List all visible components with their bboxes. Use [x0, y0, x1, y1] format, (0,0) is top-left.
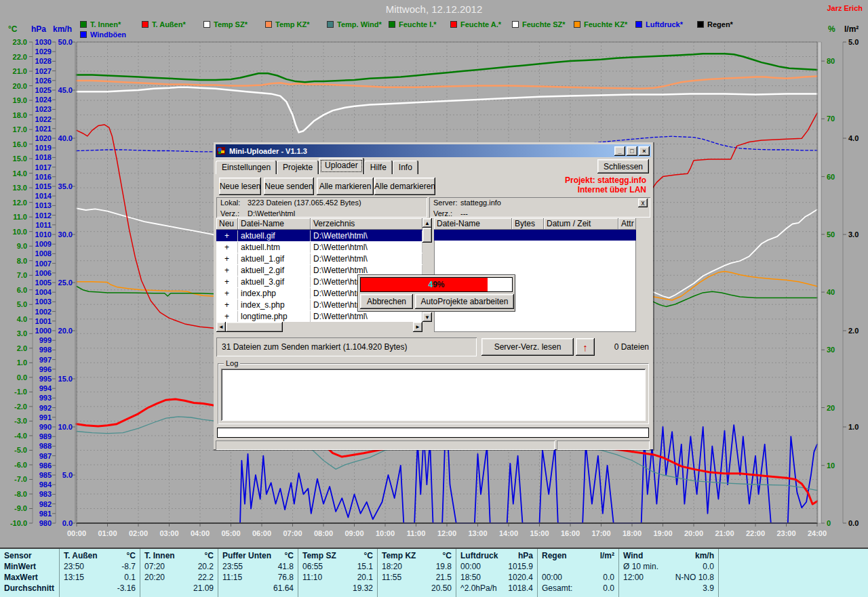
- file-row[interactable]: +aktuell.gifD:\Wetter\html\: [216, 230, 422, 241]
- svg-text:21:00: 21:00: [715, 529, 734, 537]
- alle-markieren-button[interactable]: Alle markieren: [317, 178, 374, 195]
- log-textarea[interactable]: [221, 369, 646, 421]
- svg-text:21.0: 21.0: [13, 67, 27, 75]
- vscroll-thumb[interactable]: [422, 228, 432, 243]
- svg-text:1.0: 1.0: [848, 423, 859, 431]
- schliessen-button[interactable]: Schliessen: [597, 159, 649, 173]
- server-file-count: 0 Dateien: [600, 337, 649, 356]
- server-label: Server:: [433, 198, 460, 207]
- tab-info[interactable]: Info: [393, 161, 418, 174]
- server-info-panel: Server:stattegg.info Verz.:--- x: [429, 197, 650, 218]
- server-col-header-0[interactable]: Datei-Name: [434, 218, 512, 230]
- summary-time: 00:00: [460, 562, 481, 571]
- maximize-button[interactable]: □: [627, 146, 637, 156]
- server-col-header-3[interactable]: Attr: [618, 218, 636, 230]
- svg-text:2.0: 2.0: [17, 344, 27, 352]
- server-col-header-1[interactable]: Bytes: [512, 218, 544, 230]
- local-col-header-2[interactable]: Verzeichnis: [311, 218, 422, 230]
- upload-arrow-button[interactable]: ↑: [576, 338, 595, 356]
- tab-einstellungen[interactable]: Einstellungen: [216, 161, 277, 174]
- autoprojekte-button[interactable]: AutoProjekte abarbeiten: [415, 294, 514, 309]
- server-selected-row[interactable]: [434, 230, 636, 241]
- summary-row-label-0: Sensor: [4, 550, 55, 561]
- svg-text:4.0: 4.0: [17, 315, 27, 323]
- local-col-header-0[interactable]: Neu: [216, 218, 238, 230]
- svg-text:1001: 1001: [35, 317, 52, 325]
- svg-text:13.0: 13.0: [13, 184, 27, 192]
- sensor-unit: °C: [364, 551, 373, 560]
- project-info: Projekt: stattegg.info Internet über LAN: [565, 176, 646, 194]
- svg-text:1.0: 1.0: [17, 358, 27, 367]
- log-groupbox: Log: [218, 363, 649, 424]
- scroll-left-icon[interactable]: ◄: [216, 322, 226, 332]
- svg-text:13:00: 13:00: [468, 529, 487, 537]
- summary-value: N-NO 10.8: [675, 573, 714, 582]
- svg-text:22:00: 22:00: [746, 529, 765, 537]
- file-row[interactable]: +longtime.phpD:\Wetter\html\: [216, 310, 422, 322]
- svg-text:1021: 1021: [35, 125, 52, 133]
- svg-text:997: 997: [39, 356, 52, 364]
- svg-text:1005: 1005: [35, 279, 52, 287]
- svg-text:11.0: 11.0: [13, 213, 27, 221]
- svg-text:1024: 1024: [35, 96, 52, 104]
- hscroll-thumb[interactable]: [226, 322, 283, 332]
- tab-uploader[interactable]: Uploader: [319, 158, 364, 174]
- summary-value: 0.0: [603, 583, 614, 593]
- summary-time: 13:15: [64, 573, 84, 582]
- temp-sz-swatch-icon: [203, 21, 210, 28]
- minimize-button[interactable]: _: [614, 146, 625, 156]
- scroll-down-icon[interactable]: ▼: [422, 312, 432, 322]
- svg-text:08:00: 08:00: [314, 529, 333, 537]
- summary-col-puffer-unten: Puffer Unten°C23:5541.811:1576.861.64: [218, 549, 298, 597]
- legend-item-luftdruck: Luftdruck*: [635, 20, 697, 28]
- marked-files-status: 31 Dateien zum Senden markiert (1.104.92…: [216, 337, 477, 356]
- sensor-name: Wind: [623, 551, 643, 560]
- neue-senden-button[interactable]: Neue senden: [264, 178, 314, 195]
- file-cell-name: index.php: [238, 288, 311, 299]
- sensor-name: Puffer Unten: [222, 551, 271, 560]
- local-col-header-1[interactable]: Datei-Name: [238, 218, 311, 230]
- svg-text:20.0: 20.0: [58, 327, 73, 335]
- svg-text:-9.0: -9.0: [14, 504, 27, 512]
- svg-text:35.0: 35.0: [58, 182, 73, 190]
- svg-text:1017: 1017: [35, 163, 52, 171]
- legend-item-temp-sz: Temp SZ*: [203, 20, 265, 28]
- svg-text:1028: 1028: [35, 57, 52, 65]
- server-verz-lesen-button[interactable]: Server-Verz. lesen: [481, 338, 574, 356]
- summary-table: SensorMinWertMaxWertDurchschnittT. Außen…: [0, 548, 868, 597]
- tab-hilfe[interactable]: Hilfe: [364, 161, 393, 174]
- windboeen-swatch-icon: [80, 31, 87, 38]
- svg-text:03:00: 03:00: [159, 529, 178, 537]
- svg-text:10.0: 10.0: [13, 228, 27, 236]
- server-col-header-2[interactable]: Datum / Zeit: [544, 218, 618, 230]
- title-bar[interactable]: Mini-Uploader - V1.1.3 _ □ ×: [216, 144, 651, 157]
- svg-text:20:00: 20:00: [684, 529, 703, 537]
- file-row[interactable]: +aktuell_1.gifD:\Wetter\html\: [216, 253, 422, 264]
- scroll-right-icon[interactable]: ►: [413, 322, 422, 332]
- svg-text:1011: 1011: [35, 221, 52, 229]
- local-table-hscrollbar[interactable]: ◄ ►: [216, 322, 422, 332]
- svg-text:1012: 1012: [35, 211, 52, 220]
- abbrechen-button[interactable]: Abbrechen: [360, 294, 413, 309]
- svg-text:40: 40: [827, 288, 835, 296]
- svg-text:1026: 1026: [35, 77, 52, 85]
- mini-uploader-window[interactable]: Mini-Uploader - V1.1.3 _ □ × Einstellung…: [214, 142, 653, 449]
- scroll-up-icon[interactable]: ▲: [422, 218, 432, 228]
- server-name: stattegg.info: [460, 199, 501, 207]
- svg-text:30.0: 30.0: [58, 230, 73, 239]
- alle-demarkieren-button[interactable]: Alle demarkieren: [374, 178, 435, 195]
- neue-lesen-button[interactable]: Neue lesen: [219, 178, 261, 195]
- close-icon[interactable]: ×: [639, 146, 650, 156]
- t-aussen-label: T. Außen*: [152, 20, 186, 28]
- svg-text:5.0: 5.0: [62, 471, 73, 479]
- sensor-unit: °C: [205, 551, 214, 560]
- svg-text:1014: 1014: [35, 192, 52, 200]
- file-row[interactable]: +aktuell.htmD:\Wetter\html\: [216, 241, 422, 253]
- svg-text:60: 60: [827, 173, 835, 181]
- summary-time: 18:20: [382, 562, 402, 571]
- project-name: Projekt: stattegg.info: [565, 176, 646, 185]
- server-panel-close-button[interactable]: x: [638, 199, 648, 207]
- t-innen-swatch-icon: [80, 21, 87, 28]
- tab-projekte[interactable]: Projekte: [277, 161, 319, 174]
- summary-value: 22.2: [198, 573, 214, 582]
